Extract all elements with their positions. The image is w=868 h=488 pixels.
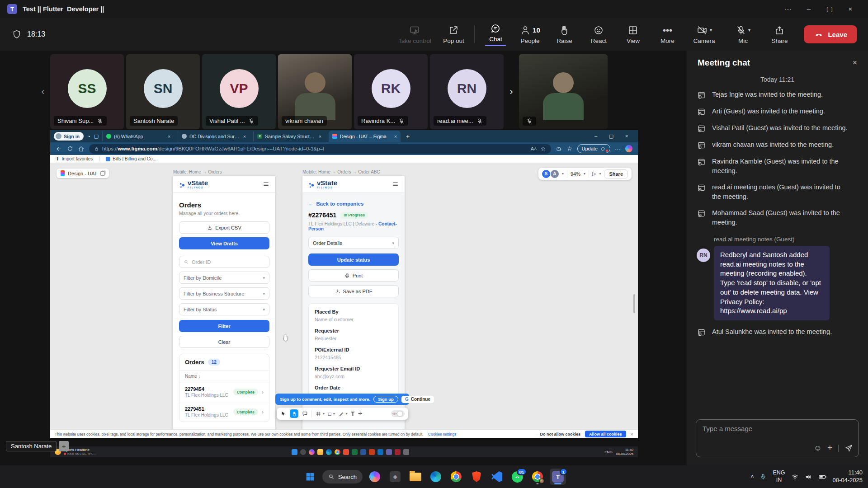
participant-tile[interactable]: SS Shivani Sup...	[50, 54, 124, 129]
taskbar-search[interactable]: Search	[322, 470, 363, 483]
filter-structure-select[interactable]: Filter by Business Structure▾	[179, 287, 269, 300]
copilot-icon[interactable]	[625, 145, 632, 152]
new-tab-icon[interactable]: +	[406, 133, 410, 140]
browser-tab[interactable]: (6) WhatsApp×	[102, 131, 174, 141]
chevron-down-icon[interactable]: ▾	[333, 412, 335, 416]
shape-tool-icon[interactable]: □	[328, 411, 331, 417]
figma-share-button[interactable]: Share	[604, 169, 628, 178]
camera-dropdown-icon[interactable]: ▾	[710, 27, 712, 33]
favorite-star-icon[interactable]	[540, 146, 546, 152]
favorites-bar-icon[interactable]	[566, 145, 573, 152]
back-to-companies-link[interactable]: ← Back to companies	[308, 201, 399, 206]
order-id-search-input[interactable]: Order ID	[179, 256, 269, 268]
filter-domicile-select[interactable]: Filter by Domicile▾	[179, 272, 269, 284]
dev-mode-toggle[interactable]: </>	[391, 410, 405, 417]
text-tool-icon[interactable]: T	[351, 411, 354, 417]
deny-cookies-button[interactable]: Do not allow cookies	[540, 432, 581, 436]
send-icon[interactable]	[844, 444, 853, 452]
url-input[interactable]: https://www.figma.com/design/9BKQ0FOHRWa…	[89, 144, 551, 154]
tab-close-icon[interactable]: ×	[319, 134, 321, 139]
hamburger-menu-icon[interactable]	[263, 181, 269, 188]
emoji-icon[interactable]: ☺	[814, 444, 821, 453]
participant-tile[interactable]: SN Santosh Narate	[126, 54, 200, 129]
copilot-button[interactable]	[367, 469, 383, 485]
import-favorites-item[interactable]: ⬆Import favorites	[56, 156, 93, 161]
participant-tile[interactable]: RK Ravindra K...	[354, 54, 428, 129]
react-button[interactable]: React	[581, 25, 616, 44]
language-switcher[interactable]: ENG IN	[773, 469, 785, 483]
pen-tool-icon[interactable]	[339, 411, 344, 417]
battery-icon[interactable]	[818, 473, 827, 481]
extensions-icon[interactable]	[556, 145, 562, 152]
update-status-button[interactable]: Update status	[308, 253, 399, 266]
chevron-down-icon[interactable]: ▾	[346, 412, 348, 416]
present-icon[interactable]: ▷	[592, 171, 596, 177]
tab-close-icon[interactable]: ×	[394, 134, 397, 139]
browser-tab[interactable]: DC Divisions and Surroundings×	[178, 131, 250, 141]
tab-close-icon[interactable]: ×	[168, 134, 170, 139]
whatsapp-button[interactable]: 81	[509, 469, 525, 485]
export-csv-button[interactable]: Export CSV	[179, 221, 269, 234]
zoom-level[interactable]: 94%	[571, 171, 580, 177]
avatars-dropdown-icon[interactable]: ▾	[562, 172, 564, 176]
pop-out-button[interactable]: Pop out	[436, 25, 471, 44]
share-button[interactable]: Share	[762, 25, 797, 44]
browser-minimize-icon[interactable]: –	[588, 133, 604, 139]
window-close-icon[interactable]: ×	[840, 5, 861, 13]
more-button[interactable]: ••• More	[650, 25, 684, 44]
chat-close-icon[interactable]: ×	[853, 58, 857, 67]
order-details-select[interactable]: Order Details▾	[308, 237, 399, 249]
participant-tile[interactable]: vikram chavan	[278, 54, 352, 129]
save-pdf-button[interactable]: Save as PDF	[308, 285, 399, 297]
signup-button[interactable]: Sign up	[373, 396, 398, 403]
attach-plus-icon[interactable]: +	[827, 443, 832, 453]
brave-button[interactable]	[468, 469, 485, 485]
wifi-icon[interactable]	[791, 473, 799, 481]
browser-profile-button[interactable]: Sign in	[54, 132, 84, 141]
camera-button[interactable]: ▾ Camera	[684, 25, 723, 44]
mic-button[interactable]: ▾ Mic	[723, 25, 762, 44]
cookie-close-icon[interactable]: ×	[631, 432, 633, 437]
comment-tool-icon[interactable]	[302, 411, 308, 417]
teams-button[interactable]: T 1	[550, 469, 566, 485]
order-row[interactable]: 2279454TL Flex Holdings LLC Complete ›	[179, 382, 269, 402]
reload-icon[interactable]	[67, 145, 73, 152]
collaborator-avatar[interactable]: S	[542, 170, 550, 178]
hand-tool-button[interactable]	[290, 409, 298, 418]
read-aloud-icon[interactable]: A˄	[531, 146, 537, 151]
raise-hand-button[interactable]: Raise	[547, 25, 581, 44]
browser-close-icon[interactable]: ×	[619, 133, 634, 139]
window-restore-icon[interactable]: ▢	[819, 5, 840, 13]
allow-cookies-button[interactable]: Allow all cookies	[585, 431, 626, 437]
clear-button[interactable]: Clear	[179, 336, 269, 348]
edge-button[interactable]	[428, 469, 444, 485]
bills-bookmark-item[interactable]: Bills | Billing and Co...	[106, 156, 156, 161]
back-icon[interactable]	[56, 145, 62, 152]
zoom-dropdown-icon[interactable]: ▾	[584, 172, 585, 176]
window-minimize-icon[interactable]: –	[798, 5, 819, 13]
file-explorer-button[interactable]	[407, 469, 424, 485]
workspaces-icon[interactable]: ◔	[87, 134, 90, 139]
tab-close-icon[interactable]: ×	[243, 134, 246, 139]
leave-button[interactable]: Leave	[804, 25, 857, 43]
view-drafts-button[interactable]: View Drafts	[179, 237, 269, 249]
resources-tool-icon[interactable]: ✛	[358, 411, 362, 417]
participant-tile[interactable]: RN read.ai mee...	[430, 54, 504, 129]
tray-mic-icon[interactable]	[760, 473, 767, 480]
tiles-scroll-left[interactable]: ‹	[37, 54, 49, 129]
browser-update-button[interactable]: Update	[577, 144, 610, 153]
google-continue-button[interactable]: GContinue	[401, 396, 434, 403]
browser-restore-icon[interactable]: ▢	[604, 133, 619, 139]
frame-label[interactable]: Mobile: Home → Orders	[173, 169, 222, 174]
people-button[interactable]: 10 People	[513, 25, 547, 44]
volume-icon[interactable]	[805, 473, 812, 481]
canvas-scrollbar[interactable]	[633, 294, 635, 313]
collaborator-avatar[interactable]: A	[551, 170, 559, 178]
mic-dropdown-icon[interactable]: ▾	[748, 27, 751, 33]
order-row[interactable]: 2279451TL Flex Holdings LLC Complete ›	[179, 402, 269, 422]
chrome-profile-button[interactable]	[529, 469, 546, 485]
participant-tile[interactable]	[519, 54, 608, 129]
chevron-down-icon[interactable]: ▾	[323, 412, 325, 416]
filter-button[interactable]: Filter	[179, 320, 269, 332]
browser-tab-active[interactable]: Design - UAT – Figma×	[329, 131, 401, 142]
